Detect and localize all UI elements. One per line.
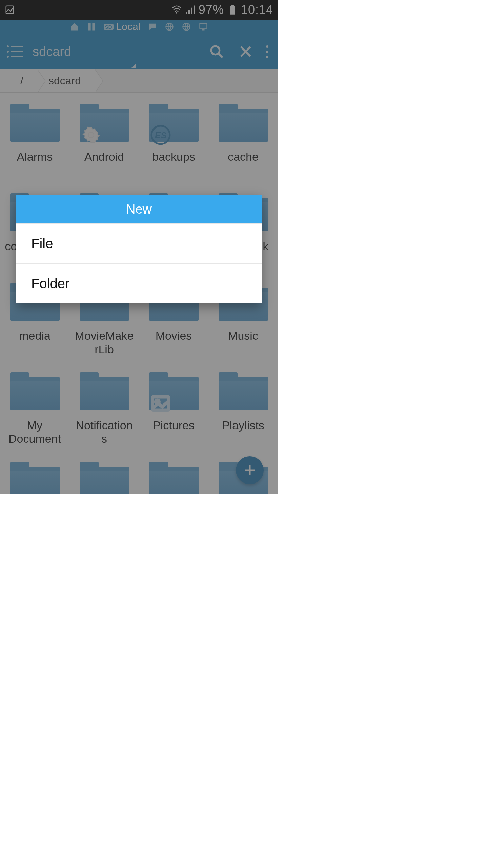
new-dialog: New File Folder xyxy=(16,195,262,303)
dialog-option-file[interactable]: File xyxy=(16,223,262,263)
dialog-title: New xyxy=(16,195,262,223)
dialog-option-folder[interactable]: Folder xyxy=(16,263,262,303)
